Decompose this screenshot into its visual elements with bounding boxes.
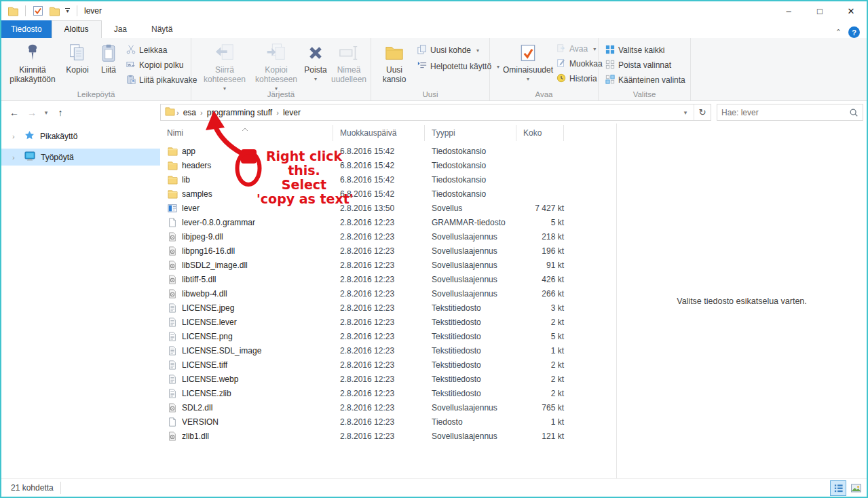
table-row[interactable]: LICENSE.SDL_image2.8.2016 12:23Tekstitie… [160, 343, 616, 358]
move-to-button[interactable]: Siirrä kohteeseen [200, 41, 250, 94]
minimize-button[interactable]: – [773, 1, 804, 20]
file-name[interactable]: lever [182, 204, 200, 213]
table-row[interactable]: LICENSE.lever2.8.2016 12:23Tekstitiedost… [160, 315, 616, 329]
new-folder-button[interactable]: Uusi kansio [377, 41, 412, 84]
file-name[interactable]: libSDL2_image.dll [182, 261, 248, 270]
easy-access-button[interactable]: Helpotettu käyttö [417, 60, 499, 73]
refresh-icon[interactable]: ↻ [694, 107, 711, 117]
table-row[interactable]: libjpeg-9.dll2.8.2016 12:23Sovelluslaaje… [160, 229, 616, 244]
copy-path-button[interactable]: Kopioi polku [126, 58, 183, 72]
copy-to-button[interactable]: Kopioi kohteeseen [251, 41, 301, 94]
file-name[interactable]: samples [182, 189, 212, 199]
properties-button[interactable]: Ominaisuudet [502, 41, 554, 84]
expand-chevron-icon[interactable]: › [12, 153, 19, 161]
new-folder-quick-icon[interactable] [48, 5, 60, 17]
delete-button[interactable]: Poista [301, 41, 330, 84]
help-icon[interactable]: ? [848, 26, 860, 38]
file-name[interactable]: zlib1.dll [182, 432, 209, 441]
table-row[interactable]: LICENSE.png2.8.2016 12:23Tekstitiedosto5… [160, 329, 616, 343]
table-row[interactable]: lib6.8.2016 15:42Tiedostokansio [160, 172, 616, 187]
table-row[interactable]: zlib1.dll2.8.2016 12:23Sovelluslaajennus… [160, 429, 616, 443]
forward-icon[interactable]: → [23, 104, 41, 121]
back-icon[interactable]: ← [5, 104, 23, 121]
file-name[interactable]: headers [182, 161, 211, 170]
text-icon [167, 374, 178, 385]
file-name[interactable]: LICENSE.jpeg [182, 303, 234, 313]
file-name[interactable]: app [182, 147, 195, 156]
tab-home[interactable]: Aloitus [52, 20, 102, 38]
file-name[interactable]: LICENSE.SDL_image [182, 346, 261, 356]
file-name[interactable]: libpng16-16.dll [182, 246, 235, 256]
file-name[interactable]: LICENSE.tiff [182, 360, 227, 370]
pin-to-quick-access-button[interactable]: Kiinnitä pikakäyttöön [5, 41, 60, 84]
table-row[interactable]: libwebp-4.dll2.8.2016 12:23Sovelluslaaje… [160, 286, 616, 301]
tab-view[interactable]: Näytä [139, 21, 185, 38]
search-box[interactable] [717, 104, 863, 121]
sidebar-item-pikakäyttö[interactable]: ›Pikakäyttö [1, 128, 160, 145]
invert-selection-button[interactable]: Käänteinen valinta [605, 73, 685, 87]
table-row[interactable]: headers6.8.2016 15:42Tiedostokansio [160, 158, 616, 172]
file-name[interactable]: LICENSE.webp [182, 375, 238, 384]
copy-button[interactable]: Kopioi [61, 41, 94, 75]
tab-file[interactable]: Tiedosto [1, 20, 52, 38]
text-icon [167, 331, 178, 342]
table-row[interactable]: libSDL2_image.dll2.8.2016 12:23Sovellusl… [160, 258, 616, 272]
rename-button[interactable]: Nimeä uudelleen [328, 41, 369, 84]
paste-button[interactable]: Liitä [95, 41, 122, 75]
file-name[interactable]: LICENSE.lever [182, 318, 237, 327]
table-row[interactable]: app6.8.2016 15:42Tiedostokansio [160, 144, 616, 158]
maximize-button[interactable]: □ [804, 1, 835, 20]
select-all-button[interactable]: Valitse kaikki [605, 43, 664, 57]
column-header-type[interactable]: Tyyppi [425, 125, 516, 141]
table-row[interactable]: LICENSE.jpeg2.8.2016 12:23Tekstitiedosto… [160, 301, 616, 315]
file-name[interactable]: lib [182, 175, 190, 185]
table-row[interactable]: VERSION2.8.2016 12:23Tiedosto1 kt [160, 415, 616, 429]
select-none-button[interactable]: Poista valinnat [605, 58, 671, 72]
group-label-select: Valitse [599, 90, 690, 98]
details-view-button[interactable] [830, 480, 846, 496]
close-button[interactable]: ✕ [835, 1, 867, 20]
file-name[interactable]: libwebp-4.dll [182, 289, 227, 299]
up-icon[interactable]: ↑ [52, 104, 69, 121]
search-icon[interactable] [845, 108, 863, 117]
table-row[interactable]: LICENSE.tiff2.8.2016 12:23Tekstitiedosto… [160, 358, 616, 372]
history-button[interactable]: Historia [556, 72, 597, 85]
breadcrumb-item[interactable]: lever [280, 108, 303, 117]
table-row[interactable]: LICENSE.webp2.8.2016 12:23Tekstitiedosto… [160, 372, 616, 386]
new-item-button[interactable]: Uusi kohde [417, 43, 479, 57]
column-header-size[interactable]: Koko [516, 125, 564, 141]
recent-locations-icon[interactable]: ▾ [41, 104, 52, 121]
address-dropdown-icon[interactable]: ▾ [677, 109, 694, 116]
edit-button[interactable]: Muokkaa [556, 57, 603, 71]
paste-shortcut-button[interactable]: Liitä pikakuvake [126, 73, 197, 87]
tab-share[interactable]: Jaa [102, 21, 139, 38]
table-row[interactable]: LICENSE.zlib2.8.2016 12:23Tekstitiedosto… [160, 386, 616, 400]
expand-chevron-icon[interactable]: › [12, 132, 19, 140]
file-name[interactable]: libjpeg-9.dll [182, 232, 223, 242]
file-name[interactable]: VERSION [182, 417, 219, 427]
table-row[interactable]: samples6.8.2016 15:42Tiedostokansio [160, 187, 616, 201]
table-row[interactable]: lever2.8.2016 13:50Sovellus7 427 kt [160, 201, 616, 215]
sidebar-item-työpöytä[interactable]: ›Työpöytä [1, 149, 160, 166]
cut-button[interactable]: Leikkaa [126, 43, 167, 57]
file-name[interactable]: lever-0.8.0.grammar [182, 218, 255, 227]
thumbnails-view-button[interactable] [848, 480, 864, 496]
table-row[interactable]: lever-0.8.0.grammar2.8.2016 12:23GRAMMAR… [160, 215, 616, 229]
file-name[interactable]: libtiff-5.dll [182, 275, 216, 284]
minimize-ribbon-icon[interactable]: ⌃ [835, 28, 842, 37]
breadcrumb-item[interactable]: programming stuff [204, 108, 276, 117]
open-button[interactable]: Avaa [556, 42, 596, 56]
file-name[interactable]: SDL2.dll [182, 403, 212, 413]
file-name[interactable]: LICENSE.png [182, 332, 233, 341]
file-name[interactable]: LICENSE.zlib [182, 389, 231, 398]
search-input[interactable] [717, 108, 845, 117]
table-row[interactable]: libtiff-5.dll2.8.2016 12:23Sovelluslaaje… [160, 272, 616, 286]
address-box[interactable]: ›esa›programming stuff›lever ▾ ↻ [160, 104, 711, 121]
customize-quick-access-icon[interactable]: ▾ [65, 8, 70, 14]
table-row[interactable]: SDL2.dll2.8.2016 12:23Sovelluslaajennus7… [160, 400, 616, 415]
table-row[interactable]: libpng16-16.dll2.8.2016 12:23Sovelluslaa… [160, 244, 616, 258]
column-header-name[interactable]: Nimi [167, 125, 333, 141]
column-header-date[interactable]: Muokkauspäivä [333, 125, 425, 141]
properties-quick-icon[interactable] [32, 5, 44, 17]
breadcrumb-item[interactable]: esa [181, 108, 199, 117]
